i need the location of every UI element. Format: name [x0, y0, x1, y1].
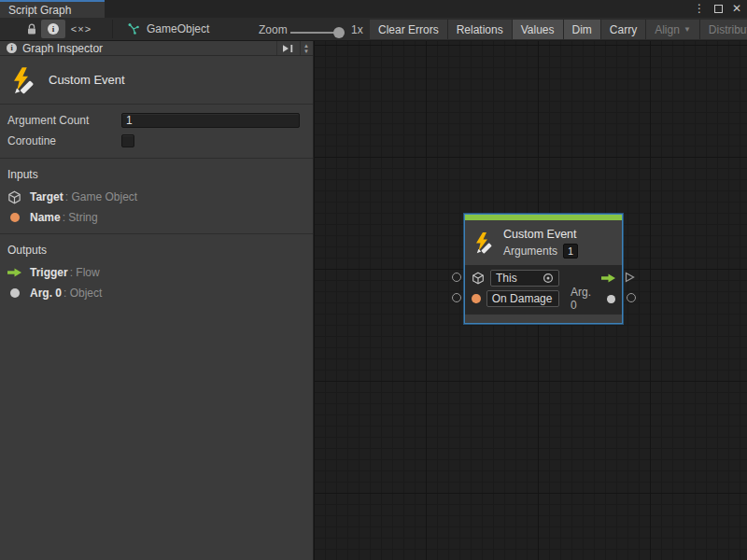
values-button[interactable]: Values: [513, 20, 564, 39]
inspector-toggle-button[interactable]: i: [41, 20, 65, 38]
argument-count-row: Argument Count 1: [0, 111, 313, 130]
node-row-target: This: [472, 269, 615, 287]
inputs-section: Inputs Target: Game Object Name: String: [0, 159, 313, 228]
maximize-icon[interactable]: [714, 5, 723, 13]
lock-button[interactable]: [23, 20, 40, 38]
port-row-target: Target: Game Object: [0, 187, 313, 207]
close-icon[interactable]: ✕: [732, 1, 741, 17]
toolbar-separator: [112, 20, 113, 38]
gameobject-reference[interactable]: GameObject: [127, 20, 209, 38]
info-icon: i: [7, 43, 17, 53]
graph-inspector-header: i Graph Inspector ▲ ▼: [0, 41, 313, 56]
graph-inspector-panel: i Graph Inspector ▲ ▼ Custom Event: [0, 41, 314, 560]
panel-scroll-arrows[interactable]: ▲ ▼: [300, 41, 309, 55]
node-body: This On Damage Arg. 0: [465, 265, 622, 315]
unit-title-section: Custom Event: [0, 56, 313, 104]
input-port-name[interactable]: [452, 293, 461, 302]
lock-icon: [26, 23, 37, 35]
port-row-arg0: Arg. 0: Object: [0, 283, 313, 303]
output-port-arg0[interactable]: [627, 293, 636, 302]
string-port-icon: [472, 294, 481, 303]
arrow-down-icon: ▼: [303, 49, 309, 54]
argument-count-input[interactable]: 1: [121, 113, 300, 128]
input-port-target[interactable]: [452, 273, 461, 282]
node-footer: [465, 315, 622, 323]
dock-button[interactable]: [276, 41, 294, 55]
custom-event-node[interactable]: Custom Event Arguments 1: [464, 214, 623, 324]
zoom-label: Zoom: [259, 23, 288, 36]
gameobject-label: GameObject: [147, 22, 209, 35]
coroutine-row: Coroutine: [0, 132, 313, 150]
outputs-heading: Outputs: [0, 234, 313, 262]
tab-script-graph[interactable]: Script Graph: [0, 0, 105, 18]
relations-button[interactable]: Relations: [448, 20, 513, 39]
tab-title: Script Graph: [8, 4, 71, 17]
flow-arrow-icon: [7, 268, 21, 277]
coroutine-checkbox[interactable]: [121, 134, 134, 147]
event-name-input[interactable]: On Damage: [486, 290, 559, 307]
object-port-icon: [607, 295, 615, 303]
dim-button[interactable]: Dim: [564, 20, 601, 39]
script-graph-window: Script Graph ⋮ ✕ i <×>: [0, 0, 747, 560]
arg0-label: Arg. 0: [571, 286, 599, 312]
node-header[interactable]: Custom Event Arguments 1: [465, 220, 622, 265]
node-title: Custom Event: [503, 228, 578, 241]
carry-button[interactable]: Carry: [601, 20, 646, 39]
graph-icon: [127, 22, 140, 35]
port-row-trigger: Trigger: Flow: [0, 262, 313, 283]
zoom-slider-handle[interactable]: [333, 27, 345, 38]
output-port-trigger[interactable]: [625, 272, 635, 283]
string-port-icon: [7, 213, 21, 222]
zoom-value: 1x: [351, 23, 363, 36]
arguments-value-field[interactable]: 1: [563, 244, 578, 259]
info-icon: i: [48, 23, 59, 35]
event-settings: Argument Count 1 Coroutine: [0, 105, 313, 158]
flow-arrow-icon: [601, 273, 615, 283]
object-picker-icon[interactable]: [543, 273, 554, 284]
coroutine-label: Coroutine: [7, 134, 121, 147]
object-port-icon: [7, 288, 21, 298]
custom-event-icon: [9, 66, 37, 94]
arguments-label: Arguments: [503, 245, 557, 258]
align-button[interactable]: Align ▼: [646, 20, 700, 39]
distribute-button[interactable]: Distribute ▼: [700, 20, 747, 39]
cube-icon: [472, 272, 485, 285]
code-icon: <×>: [71, 23, 92, 35]
cube-icon: [7, 190, 21, 204]
custom-event-icon: [472, 231, 495, 254]
window-menu-icon[interactable]: ⋮: [694, 1, 705, 17]
target-dropdown[interactable]: This: [490, 270, 559, 287]
graph-toolbar: i <×> GameObject Zoom 1x Clear Errors Re…: [0, 18, 747, 41]
port-row-name: Name: String: [0, 207, 313, 228]
window-controls: ⋮ ✕: [694, 1, 741, 17]
clear-errors-button[interactable]: Clear Errors: [370, 20, 448, 39]
node-row-name: On Damage Arg. 0: [472, 289, 615, 308]
inputs-heading: Inputs: [0, 159, 313, 187]
dock-icon: [282, 44, 294, 53]
outputs-section: Outputs Trigger: Flow Arg. 0: Object: [0, 234, 313, 303]
panel-title: Graph Inspector: [22, 42, 271, 55]
chevron-down-icon: ▼: [684, 25, 691, 34]
toolbar-buttons: Clear Errors Relations Values Dim Carry …: [370, 20, 747, 39]
unit-title: Custom Event: [49, 73, 125, 87]
title-bar: Script Graph ⋮ ✕: [0, 0, 747, 18]
argument-count-label: Argument Count: [7, 114, 121, 127]
graph-canvas[interactable]: Custom Event Arguments 1: [314, 41, 747, 560]
code-preview-button[interactable]: <×>: [67, 20, 95, 38]
